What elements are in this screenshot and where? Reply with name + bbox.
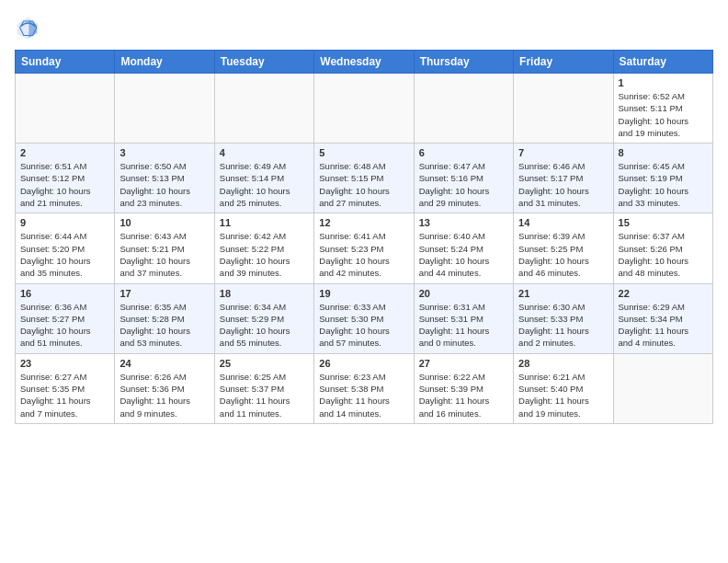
day-number: 12 (319, 217, 408, 228)
day-info: Sunrise: 6:35 AM Sunset: 5:28 PM Dayligh… (119, 301, 209, 350)
weekday-header-monday: Monday (115, 51, 214, 74)
calendar-cell: 27Sunrise: 6:22 AM Sunset: 5:39 PM Dayli… (414, 353, 513, 423)
calendar-cell: 24Sunrise: 6:26 AM Sunset: 5:36 PM Dayli… (115, 353, 214, 423)
day-info: Sunrise: 6:23 AM Sunset: 5:38 PM Dayligh… (319, 371, 408, 419)
weekday-header-sunday: Sunday (16, 51, 115, 74)
calendar-cell: 2Sunrise: 6:51 AM Sunset: 5:12 PM Daylig… (16, 144, 115, 213)
day-info: Sunrise: 6:36 AM Sunset: 5:27 PM Dayligh… (20, 301, 109, 350)
calendar-cell: 4Sunrise: 6:49 AM Sunset: 5:14 PM Daylig… (214, 144, 313, 213)
calendar-cell (613, 353, 712, 423)
day-info: Sunrise: 6:25 AM Sunset: 5:37 PM Dayligh… (220, 371, 309, 419)
weekday-header-thursday: Thursday (414, 51, 513, 74)
calendar-cell: 17Sunrise: 6:35 AM Sunset: 5:28 PM Dayli… (115, 283, 214, 353)
weekday-header-friday: Friday (514, 51, 613, 74)
day-info: Sunrise: 6:43 AM Sunset: 5:21 PM Dayligh… (119, 230, 209, 279)
calendar-cell: 3Sunrise: 6:50 AM Sunset: 5:13 PM Daylig… (115, 144, 214, 213)
calendar-cell: 23Sunrise: 6:27 AM Sunset: 5:35 PM Dayli… (16, 353, 115, 423)
day-number: 7 (518, 147, 608, 158)
day-number: 9 (20, 217, 109, 228)
calendar-cell: 11Sunrise: 6:42 AM Sunset: 5:22 PM Dayli… (214, 213, 313, 283)
day-info: Sunrise: 6:51 AM Sunset: 5:12 PM Dayligh… (20, 160, 109, 209)
day-number: 24 (119, 358, 209, 369)
day-info: Sunrise: 6:22 AM Sunset: 5:39 PM Dayligh… (419, 371, 508, 419)
day-number: 28 (518, 358, 608, 369)
weekday-header-wednesday: Wednesday (314, 51, 414, 74)
day-number: 8 (619, 147, 708, 158)
calendar-cell: 6Sunrise: 6:47 AM Sunset: 5:16 PM Daylig… (414, 144, 513, 213)
day-number: 3 (119, 147, 209, 158)
day-info: Sunrise: 6:31 AM Sunset: 5:31 PM Dayligh… (419, 301, 508, 350)
weekday-header-saturday: Saturday (613, 51, 712, 74)
calendar-cell: 26Sunrise: 6:23 AM Sunset: 5:38 PM Dayli… (314, 353, 414, 423)
day-number: 6 (419, 147, 508, 158)
day-number: 17 (119, 288, 209, 299)
week-row-2: 2Sunrise: 6:51 AM Sunset: 5:12 PM Daylig… (16, 144, 713, 213)
calendar-cell (214, 74, 313, 144)
week-row-3: 9Sunrise: 6:44 AM Sunset: 5:20 PM Daylig… (16, 213, 713, 283)
day-info: Sunrise: 6:50 AM Sunset: 5:13 PM Dayligh… (119, 160, 209, 209)
calendar-cell (414, 74, 513, 144)
page: SundayMondayTuesdayWednesdayThursdayFrid… (0, 0, 728, 431)
day-number: 11 (220, 217, 309, 228)
day-number: 25 (220, 358, 309, 369)
day-number: 15 (619, 217, 708, 228)
calendar-cell (16, 74, 115, 144)
calendar-cell: 25Sunrise: 6:25 AM Sunset: 5:37 PM Dayli… (214, 353, 313, 423)
day-info: Sunrise: 6:49 AM Sunset: 5:14 PM Dayligh… (220, 160, 309, 209)
day-info: Sunrise: 6:40 AM Sunset: 5:24 PM Dayligh… (419, 230, 508, 279)
calendar-table: SundayMondayTuesdayWednesdayThursdayFrid… (15, 50, 713, 424)
calendar-cell: 7Sunrise: 6:46 AM Sunset: 5:17 PM Daylig… (514, 144, 613, 213)
day-info: Sunrise: 6:39 AM Sunset: 5:25 PM Dayligh… (518, 230, 608, 279)
calendar-cell: 14Sunrise: 6:39 AM Sunset: 5:25 PM Dayli… (514, 213, 613, 283)
calendar-cell: 12Sunrise: 6:41 AM Sunset: 5:23 PM Dayli… (314, 213, 414, 283)
calendar-cell: 16Sunrise: 6:36 AM Sunset: 5:27 PM Dayli… (16, 283, 115, 353)
calendar-cell: 15Sunrise: 6:37 AM Sunset: 5:26 PM Dayli… (613, 213, 712, 283)
day-number: 2 (20, 147, 109, 158)
header (15, 15, 713, 40)
calendar-cell: 28Sunrise: 6:21 AM Sunset: 5:40 PM Dayli… (514, 353, 613, 423)
day-number: 21 (518, 288, 608, 299)
day-number: 20 (419, 288, 508, 299)
calendar-cell: 20Sunrise: 6:31 AM Sunset: 5:31 PM Dayli… (414, 283, 513, 353)
day-info: Sunrise: 6:44 AM Sunset: 5:20 PM Dayligh… (20, 230, 109, 279)
calendar-cell: 18Sunrise: 6:34 AM Sunset: 5:29 PM Dayli… (214, 283, 313, 353)
logo (15, 15, 42, 40)
day-info: Sunrise: 6:47 AM Sunset: 5:16 PM Dayligh… (419, 160, 508, 209)
calendar-cell: 10Sunrise: 6:43 AM Sunset: 5:21 PM Dayli… (115, 213, 214, 283)
day-number: 13 (419, 217, 508, 228)
day-number: 5 (319, 147, 408, 158)
day-info: Sunrise: 6:29 AM Sunset: 5:34 PM Dayligh… (619, 301, 708, 350)
week-row-5: 23Sunrise: 6:27 AM Sunset: 5:35 PM Dayli… (16, 353, 713, 423)
day-info: Sunrise: 6:30 AM Sunset: 5:33 PM Dayligh… (518, 301, 608, 350)
day-number: 4 (220, 147, 309, 158)
day-info: Sunrise: 6:27 AM Sunset: 5:35 PM Dayligh… (20, 371, 109, 419)
day-number: 19 (319, 288, 408, 299)
calendar-cell: 9Sunrise: 6:44 AM Sunset: 5:20 PM Daylig… (16, 213, 115, 283)
day-info: Sunrise: 6:48 AM Sunset: 5:15 PM Dayligh… (319, 160, 408, 209)
day-number: 23 (20, 358, 109, 369)
calendar-cell: 21Sunrise: 6:30 AM Sunset: 5:33 PM Dayli… (514, 283, 613, 353)
day-info: Sunrise: 6:34 AM Sunset: 5:29 PM Dayligh… (220, 301, 309, 350)
day-number: 26 (319, 358, 408, 369)
week-row-1: 1Sunrise: 6:52 AM Sunset: 5:11 PM Daylig… (16, 74, 713, 144)
day-number: 22 (619, 288, 708, 299)
day-info: Sunrise: 6:26 AM Sunset: 5:36 PM Dayligh… (119, 371, 209, 419)
day-number: 14 (518, 217, 608, 228)
day-info: Sunrise: 6:33 AM Sunset: 5:30 PM Dayligh… (319, 301, 408, 350)
week-row-4: 16Sunrise: 6:36 AM Sunset: 5:27 PM Dayli… (16, 283, 713, 353)
calendar-cell: 19Sunrise: 6:33 AM Sunset: 5:30 PM Dayli… (314, 283, 414, 353)
day-number: 16 (20, 288, 109, 299)
calendar-cell: 1Sunrise: 6:52 AM Sunset: 5:11 PM Daylig… (613, 74, 712, 144)
logo-icon (15, 15, 40, 40)
day-info: Sunrise: 6:46 AM Sunset: 5:17 PM Dayligh… (518, 160, 608, 209)
day-number: 1 (619, 77, 708, 88)
day-info: Sunrise: 6:21 AM Sunset: 5:40 PM Dayligh… (518, 371, 608, 419)
calendar-cell (314, 74, 414, 144)
calendar-cell: 5Sunrise: 6:48 AM Sunset: 5:15 PM Daylig… (314, 144, 414, 213)
day-info: Sunrise: 6:41 AM Sunset: 5:23 PM Dayligh… (319, 230, 408, 279)
calendar-cell (115, 74, 214, 144)
day-info: Sunrise: 6:37 AM Sunset: 5:26 PM Dayligh… (619, 230, 708, 279)
day-info: Sunrise: 6:45 AM Sunset: 5:19 PM Dayligh… (619, 160, 708, 209)
day-number: 18 (220, 288, 309, 299)
weekday-header-row: SundayMondayTuesdayWednesdayThursdayFrid… (16, 51, 713, 74)
